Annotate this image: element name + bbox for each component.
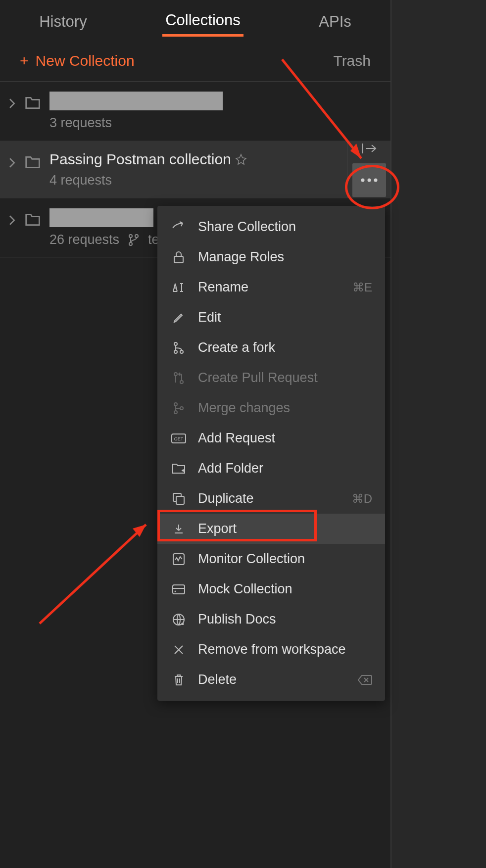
server-icon: [170, 584, 187, 595]
chevron-right-icon[interactable]: [9, 158, 16, 168]
folder-icon: [25, 212, 41, 227]
tab-collections[interactable]: Collections: [162, 6, 243, 37]
shortcut-label: ⌘D: [352, 492, 372, 506]
request-icon: GET: [170, 434, 187, 443]
svg-point-9: [174, 350, 177, 353]
menu-pull-request: Create Pull Request: [157, 363, 385, 393]
svg-point-11: [180, 381, 183, 384]
collection-row[interactable]: 3 requests: [0, 82, 390, 141]
fork-icon: [170, 341, 187, 354]
menu-remove[interactable]: Remove from workspace: [157, 634, 385, 665]
shortcut-label: ⌘E: [352, 281, 372, 294]
delete-key-icon: [357, 675, 372, 685]
svg-point-13: [174, 411, 177, 414]
menu-label: Manage Roles: [198, 249, 284, 265]
duplicate-icon: [170, 492, 187, 505]
right-panel: [391, 0, 486, 868]
menu-merge: Merge changes: [157, 393, 385, 423]
menu-mock[interactable]: Mock Collection: [157, 574, 385, 604]
menu-edit[interactable]: Edit: [157, 302, 385, 333]
collection-name-redacted: [49, 92, 223, 110]
chevron-right-icon[interactable]: [9, 215, 16, 225]
context-menu: Share Collection Manage Roles Rename ⌘E …: [157, 206, 385, 701]
svg-point-0: [361, 178, 364, 182]
svg-point-14: [180, 407, 183, 410]
monitor-icon: [170, 553, 187, 566]
svg-point-12: [174, 403, 177, 406]
menu-label: Merge changes: [198, 400, 290, 416]
folder-icon: [25, 96, 41, 110]
sidebar: History Collections APIs + New Collectio…: [0, 0, 391, 868]
globe-icon: [170, 613, 187, 626]
menu-label: Monitor Collection: [198, 551, 305, 567]
more-actions-button[interactable]: [352, 163, 386, 197]
collection-row[interactable]: Passing Postman collection 4 requests: [0, 141, 390, 198]
action-row: + New Collection Trash: [0, 44, 390, 82]
plus-icon: +: [20, 52, 29, 69]
sidebar-tabs: History Collections APIs: [0, 0, 390, 44]
lock-icon: [170, 251, 187, 264]
menu-label: Publish Docs: [198, 612, 276, 627]
row-actions: [347, 141, 390, 198]
trash-button[interactable]: Trash: [333, 52, 371, 69]
star-icon[interactable]: [235, 153, 247, 165]
menu-label: Delete: [198, 672, 237, 687]
svg-text:GET: GET: [174, 436, 184, 441]
pencil-icon: [170, 312, 187, 324]
menu-publish[interactable]: Publish Docs: [157, 604, 385, 634]
menu-label: Mock Collection: [198, 581, 292, 597]
menu-label: Rename: [198, 280, 248, 295]
menu-add-folder[interactable]: Add Folder: [157, 453, 385, 483]
tab-history[interactable]: History: [36, 8, 90, 36]
menu-fork[interactable]: Create a fork: [157, 333, 385, 363]
svg-point-5: [129, 242, 132, 245]
svg-point-4: [135, 235, 138, 238]
menu-label: Add Folder: [198, 461, 263, 476]
svg-point-21: [175, 590, 176, 592]
menu-label: Add Request: [198, 431, 275, 446]
svg-rect-18: [176, 496, 184, 504]
collection-name-redacted: [49, 208, 153, 227]
menu-rename[interactable]: Rename ⌘E: [157, 272, 385, 302]
collection-meta: 4 requests: [49, 173, 382, 188]
svg-rect-20: [173, 585, 185, 594]
menu-duplicate[interactable]: Duplicate ⌘D: [157, 483, 385, 514]
svg-point-2: [374, 178, 377, 182]
menu-delete[interactable]: Delete: [157, 665, 385, 695]
trash-icon: [170, 674, 187, 686]
menu-label: Remove from workspace: [198, 642, 346, 657]
new-collection-label: New Collection: [36, 52, 135, 69]
branch-icon: [128, 234, 139, 246]
share-icon: [170, 221, 187, 233]
download-icon: [170, 523, 187, 535]
svg-rect-6: [174, 256, 183, 263]
menu-roles[interactable]: Manage Roles: [157, 242, 385, 272]
open-tab-icon[interactable]: [361, 143, 378, 154]
menu-share[interactable]: Share Collection: [157, 212, 385, 242]
menu-label: Share Collection: [198, 219, 296, 235]
folder-icon: [25, 155, 41, 170]
merge-icon: [170, 402, 187, 415]
svg-point-10: [174, 373, 177, 376]
menu-label: Create a fork: [198, 340, 275, 355]
folder-plus-icon: [170, 463, 187, 475]
menu-label: Edit: [198, 310, 221, 325]
menu-label: Create Pull Request: [198, 370, 318, 386]
remove-icon: [170, 644, 187, 655]
collection-name: Passing Postman collection: [49, 151, 231, 168]
menu-add-request[interactable]: GET Add Request: [157, 423, 385, 453]
menu-label: Duplicate: [198, 491, 254, 506]
rename-icon: [170, 282, 187, 293]
collection-meta: 3 requests: [49, 115, 382, 131]
svg-point-8: [180, 350, 183, 353]
menu-monitor[interactable]: Monitor Collection: [157, 544, 385, 574]
svg-point-3: [129, 235, 132, 238]
tab-apis[interactable]: APIs: [316, 8, 354, 36]
svg-point-7: [174, 342, 177, 345]
collection-meta: 26 requests: [49, 232, 119, 247]
svg-point-1: [367, 178, 371, 182]
menu-label: Export: [198, 521, 237, 536]
new-collection-button[interactable]: + New Collection: [20, 52, 135, 69]
menu-export[interactable]: Export: [157, 514, 385, 544]
chevron-right-icon[interactable]: [9, 98, 16, 108]
